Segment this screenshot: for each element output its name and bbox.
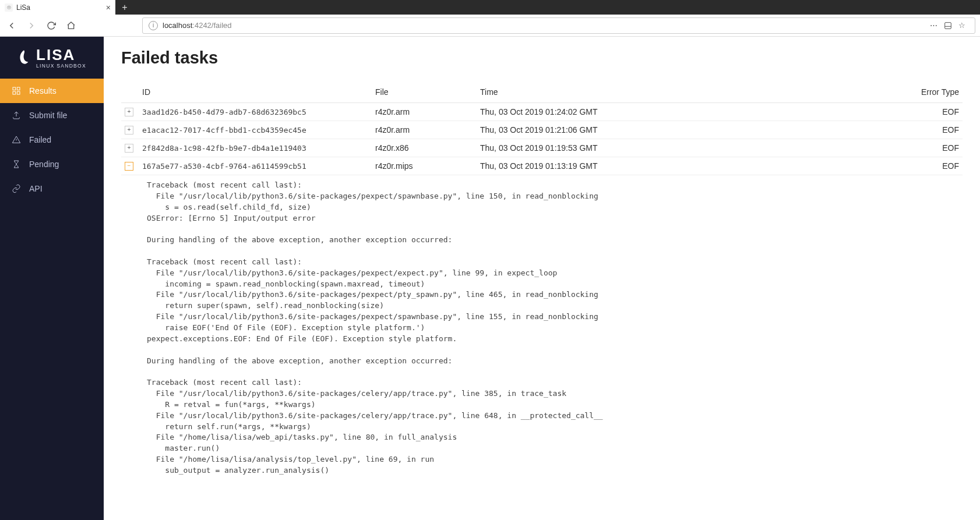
task-time: Thu, 03 Oct 2019 01:21:06 GMT — [477, 121, 834, 139]
expand-toggle[interactable]: − — [125, 162, 133, 171]
grid-icon — [12, 86, 21, 95]
task-id: 2f842d8a-1c98-42fb-b9e7-db4a1e119403 — [139, 139, 372, 157]
tab-title: LiSa — [16, 3, 30, 12]
task-error-type: EOF — [834, 103, 963, 121]
col-time: Time — [477, 82, 834, 103]
brand-mark-icon — [17, 49, 30, 66]
page-actions-icon[interactable]: ⋯ — [930, 21, 937, 30]
main-content: Failed tasks ID File Time Error Type +3a… — [104, 37, 980, 520]
task-error-type: EOF — [834, 121, 963, 139]
sidebar-item-label: Submit file — [29, 111, 67, 120]
traceback-text: Traceback (most recent call last): File … — [147, 180, 959, 476]
reload-button[interactable] — [44, 19, 58, 33]
browser-tab[interactable]: ◎ LiSa × — [0, 0, 115, 15]
sidebar: LISA LINUX SANDBOX Results Submit file F… — [0, 37, 104, 520]
bookmark-icon[interactable]: ☆ — [958, 21, 965, 30]
traceback-row: Traceback (most recent call last): File … — [121, 175, 963, 476]
svg-rect-1 — [13, 87, 16, 90]
new-tab-button[interactable]: + — [115, 0, 134, 15]
table-row: +e1acac12-7017-4cff-bbd1-ccb4359ec45er4z… — [121, 121, 963, 139]
brand-subtitle: LINUX SANDBOX — [36, 63, 86, 69]
sidebar-nav: Results Submit file Failed Pending API — [0, 79, 104, 201]
col-error-type: Error Type — [834, 82, 963, 103]
browser-toolbar: i localhost:4242/failed ⋯ ☆ — [0, 15, 980, 37]
sidebar-item-label: Results — [29, 86, 57, 95]
url-path: :4242/failed — [192, 21, 231, 30]
upload-icon — [12, 111, 21, 120]
browser-tab-strip: ◎ LiSa × + — [0, 0, 980, 15]
task-time: Thu, 03 Oct 2019 01:13:19 GMT — [477, 157, 834, 175]
hourglass-icon — [12, 160, 21, 169]
brand-logo[interactable]: LISA LINUX SANDBOX — [0, 37, 104, 79]
svg-rect-2 — [17, 87, 20, 90]
task-id: 167a5e77-a530-4cbf-9764-a6114599cb51 — [139, 157, 372, 175]
sidebar-item-api[interactable]: API — [0, 176, 104, 201]
col-id: ID — [139, 82, 372, 103]
col-file: File — [372, 82, 477, 103]
table-row: −167a5e77-a530-4cbf-9764-a6114599cb51r4z… — [121, 157, 963, 175]
task-file: r4z0r.mips — [372, 157, 477, 175]
svg-rect-3 — [13, 91, 16, 94]
table-row: +2f842d8a-1c98-42fb-b9e7-db4a1e119403r4z… — [121, 139, 963, 157]
task-file: r4z0r.arm — [372, 121, 477, 139]
task-error-type: EOF — [834, 139, 963, 157]
brand-name: LISA — [36, 47, 75, 62]
link-icon — [12, 184, 21, 193]
sidebar-item-failed[interactable]: Failed — [0, 128, 104, 152]
task-time: Thu, 03 Oct 2019 01:24:02 GMT — [477, 103, 834, 121]
url-host: localhost — [163, 21, 192, 30]
forward-button[interactable] — [24, 19, 38, 33]
sidebar-item-label: Failed — [29, 135, 51, 144]
sidebar-item-results[interactable]: Results — [0, 79, 104, 103]
alert-icon — [12, 135, 21, 144]
svg-rect-0 — [945, 22, 951, 29]
failed-tasks-table: ID File Time Error Type +3aad1d26-b450-4… — [121, 82, 963, 476]
reader-mode-icon[interactable] — [943, 21, 953, 30]
task-time: Thu, 03 Oct 2019 01:19:53 GMT — [477, 139, 834, 157]
table-row: +3aad1d26-b450-4d79-adb7-68d632369bc5r4z… — [121, 103, 963, 121]
task-file: r4z0r.arm — [372, 103, 477, 121]
sidebar-item-label: API — [29, 184, 43, 193]
expand-toggle[interactable]: + — [125, 108, 133, 116]
task-file: r4z0r.x86 — [372, 139, 477, 157]
home-button[interactable] — [64, 19, 78, 33]
close-tab-icon[interactable]: × — [106, 3, 111, 12]
sidebar-item-submit[interactable]: Submit file — [0, 103, 104, 128]
url-bar[interactable]: i localhost:4242/failed ⋯ ☆ — [142, 17, 975, 34]
back-button[interactable] — [5, 19, 19, 33]
task-id: e1acac12-7017-4cff-bbd1-ccb4359ec45e — [139, 121, 372, 139]
page-title: Failed tasks — [121, 48, 963, 68]
expand-toggle[interactable]: + — [125, 126, 133, 135]
tab-favicon: ◎ — [5, 3, 13, 12]
task-error-type: EOF — [834, 157, 963, 175]
svg-rect-4 — [17, 91, 20, 94]
sidebar-item-label: Pending — [29, 160, 59, 169]
expand-toggle[interactable]: + — [125, 144, 133, 153]
site-info-icon[interactable]: i — [149, 21, 158, 30]
task-id: 3aad1d26-b450-4d79-adb7-68d632369bc5 — [139, 103, 372, 121]
sidebar-item-pending[interactable]: Pending — [0, 152, 104, 176]
